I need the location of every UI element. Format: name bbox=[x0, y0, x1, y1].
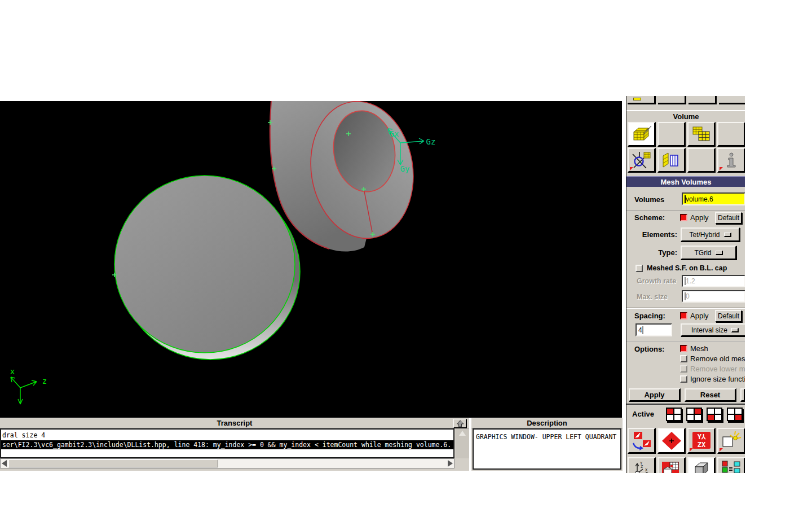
reset-button-label: Reset bbox=[700, 391, 720, 399]
select-view-axes-button[interactable]: Y⅄ ZX bbox=[687, 428, 716, 454]
graphics-scene: Gx Gz Gy x z bbox=[0, 101, 622, 418]
option-mesh-checkbox[interactable] bbox=[680, 345, 687, 352]
quadrant-cell bbox=[727, 408, 735, 414]
option-menu-indicator bbox=[716, 251, 723, 255]
flyout-indicator bbox=[630, 167, 633, 170]
growth-rate-value: 1.2 bbox=[686, 277, 695, 285]
scheme-default-button[interactable]: Default bbox=[715, 212, 742, 224]
scroll-right-icon bbox=[448, 460, 453, 467]
volume-annulus[interactable] bbox=[270, 101, 423, 252]
elements-value: Tet/Hybrid bbox=[689, 231, 720, 239]
quadrant-cell bbox=[714, 414, 722, 421]
volume-disc[interactable] bbox=[114, 176, 300, 360]
toolbar-button-empty[interactable] bbox=[657, 122, 686, 147]
view-axes-icon: Y⅄ ZX bbox=[691, 431, 712, 451]
quadrant-cell bbox=[727, 414, 735, 421]
active-quadrant-upper-right-button[interactable] bbox=[686, 408, 702, 421]
text-cursor bbox=[642, 326, 643, 334]
description-title: Description bbox=[527, 419, 567, 427]
option-menu-indicator bbox=[731, 328, 739, 332]
toolbar-button-partial[interactable] bbox=[689, 96, 717, 104]
scheme-apply-checkbox[interactable] bbox=[680, 214, 687, 221]
option-remove-old-mesh-checkbox[interactable] bbox=[680, 355, 687, 362]
orient-model-button[interactable] bbox=[628, 428, 656, 454]
mesh-volumes-button[interactable] bbox=[628, 122, 656, 147]
option-ignore-size-functions-checkbox[interactable] bbox=[680, 375, 687, 383]
spacing-default-button[interactable]: Default bbox=[715, 310, 742, 322]
axes-letters-bottom: ZX bbox=[697, 441, 705, 449]
split-volume-button[interactable] bbox=[657, 148, 686, 173]
transcript-expand-button[interactable] bbox=[453, 419, 467, 428]
quadrant-cell bbox=[694, 408, 701, 414]
gy-axis-label: Gy bbox=[400, 164, 410, 173]
description-header: Description bbox=[471, 418, 623, 428]
quadrant-cell bbox=[674, 408, 681, 414]
quadrant-cell bbox=[735, 408, 742, 414]
spacing-input[interactable]: 4 bbox=[636, 323, 672, 336]
meshed-sf-checkbox[interactable] bbox=[636, 265, 643, 272]
quadrant-cell bbox=[735, 414, 742, 421]
elements-dropdown[interactable]: Tet/Hybrid bbox=[681, 227, 740, 242]
option-menu-indicator bbox=[724, 233, 731, 237]
toolbar-button-empty[interactable] bbox=[717, 122, 745, 147]
render-model-button[interactable] bbox=[687, 457, 716, 473]
growth-rate-input: 1.2 bbox=[682, 275, 745, 287]
graphics-light-button[interactable] bbox=[717, 428, 745, 454]
description-text: GRAPHICS WINDOW- UPPER LEFT QUADRANT bbox=[473, 428, 621, 470]
info-icon bbox=[725, 152, 738, 169]
spacing-label: Spacing: bbox=[634, 312, 665, 320]
description-panel: Description GRAPHICS WINDOW- UPPER LEFT … bbox=[471, 418, 623, 471]
active-quadrant-lower-left-button[interactable] bbox=[707, 408, 722, 421]
examine-mesh-button[interactable] bbox=[628, 148, 656, 173]
volumes-input[interactable]: volume.6 bbox=[682, 192, 745, 205]
spacing-mode-dropdown[interactable]: Interval size bbox=[681, 323, 745, 336]
elements-label: Elements: bbox=[626, 230, 677, 239]
scroll-left-icon bbox=[2, 460, 7, 467]
graphics-window[interactable]: Gx Gz Gy x z bbox=[0, 101, 622, 418]
gz-axis-label: Gz bbox=[426, 137, 436, 146]
apply-button-label: Apply bbox=[644, 391, 664, 399]
display-attributes-button[interactable] bbox=[657, 457, 686, 473]
quadrant-cell bbox=[667, 408, 674, 414]
toolbar-button-empty[interactable] bbox=[687, 148, 716, 173]
volume-info-button[interactable] bbox=[717, 148, 745, 173]
spacing-apply-checkbox[interactable] bbox=[680, 312, 687, 319]
separator bbox=[626, 404, 745, 405]
toolbar-button-partial[interactable] bbox=[628, 96, 656, 104]
reset-button[interactable]: Reset bbox=[685, 388, 736, 402]
transcript-horizontal-scrollbar[interactable] bbox=[0, 458, 454, 468]
transcript-line: dral size 4 bbox=[1, 430, 453, 439]
transcript-vertical-scrollbar[interactable] bbox=[456, 428, 469, 458]
mesh-faces-button[interactable] bbox=[687, 122, 716, 147]
spacing-apply-label: Apply bbox=[690, 312, 709, 320]
close-button-partial[interactable] bbox=[740, 388, 745, 402]
scrollbar-thumb[interactable] bbox=[8, 459, 218, 467]
mesh-grids-icon bbox=[691, 125, 712, 143]
apply-button[interactable]: Apply bbox=[629, 388, 681, 402]
default-button-label: Default bbox=[718, 214, 739, 222]
active-quadrant-lower-right-button[interactable] bbox=[727, 408, 743, 421]
axis-orientation-button[interactable]: Y Z X bbox=[628, 457, 656, 473]
render-cube-icon bbox=[691, 460, 712, 474]
form-title: Mesh Volumes bbox=[660, 178, 711, 186]
fit-to-window-icon bbox=[661, 431, 682, 451]
quadrant-cell bbox=[687, 408, 694, 414]
spacing-value: 4 bbox=[638, 326, 642, 334]
fit-to-window-button[interactable] bbox=[657, 428, 686, 454]
light-icon bbox=[720, 431, 743, 451]
active-quadrant-upper-left-button[interactable] bbox=[666, 408, 682, 421]
split-volume-icon bbox=[661, 151, 682, 169]
color-legend-button[interactable] bbox=[717, 457, 745, 473]
axes-letters-top: Y⅄ bbox=[697, 433, 705, 441]
quadrant-cell bbox=[714, 408, 722, 414]
volumes-label: Volumes bbox=[634, 195, 664, 204]
default-button-label: Default bbox=[718, 312, 739, 320]
options-label: Options: bbox=[634, 345, 664, 353]
axis-triad-icon: Y Z X bbox=[630, 460, 653, 474]
form-header: Mesh Volumes bbox=[626, 176, 745, 187]
spacing-mode-value: Interval size bbox=[691, 326, 727, 334]
toolbar-button-partial[interactable] bbox=[719, 96, 745, 104]
type-dropdown[interactable]: TGrid bbox=[681, 246, 736, 260]
toolbar-button-partial[interactable] bbox=[658, 96, 686, 104]
transcript-log[interactable]: dral size 4 ser\FI2.3\vc6_gambit2.3\incl… bbox=[0, 428, 454, 458]
